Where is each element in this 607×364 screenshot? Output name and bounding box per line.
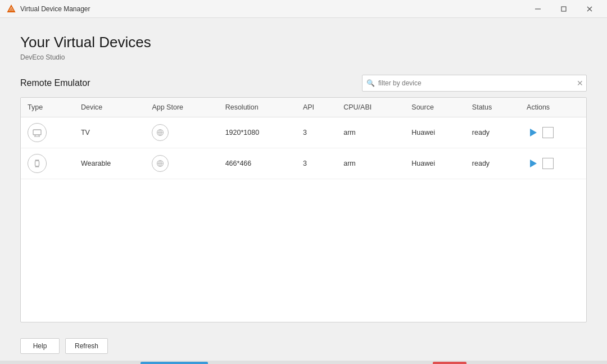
restore-button[interactable] bbox=[551, 0, 577, 18]
minimize-button[interactable] bbox=[525, 0, 551, 18]
stop-button-wearable[interactable] bbox=[542, 158, 554, 169]
cell-source-tv: Huawei bbox=[405, 117, 465, 148]
cell-api-tv: 3 bbox=[296, 117, 337, 148]
col-source: Source bbox=[405, 98, 465, 117]
title-bar: Virtual Device Manager bbox=[0, 0, 607, 18]
close-button[interactable] bbox=[577, 0, 603, 18]
actions-container-wearable bbox=[527, 157, 579, 170]
wearable-icon bbox=[28, 154, 47, 173]
device-table: Type Device App Store Resolution API CPU… bbox=[21, 98, 586, 179]
col-type: Type bbox=[21, 98, 74, 117]
cell-resolution-tv: 1920*1080 bbox=[219, 117, 296, 148]
cell-cpuabi-wearable: arm bbox=[337, 148, 405, 179]
svg-rect-15 bbox=[35, 161, 39, 166]
col-device: Device bbox=[74, 98, 145, 117]
taskbar-blue-indicator bbox=[141, 362, 208, 364]
cell-source-wearable: Huawei bbox=[405, 148, 465, 179]
cell-device-wearable: Wearable bbox=[74, 148, 145, 179]
actions-container-tv bbox=[527, 126, 579, 139]
page-subtitle: DevEco Studio bbox=[20, 53, 587, 61]
table-header-row: Type Device App Store Resolution API CPU… bbox=[21, 98, 586, 117]
appstore-icon-wearable bbox=[152, 155, 169, 172]
cell-actions-tv bbox=[520, 117, 586, 148]
col-appstore: App Store bbox=[145, 98, 218, 117]
section-header: Remote Emulator 🔍 ✕ bbox=[20, 75, 587, 92]
col-api: API bbox=[296, 98, 337, 117]
footer: Help Refresh bbox=[0, 331, 607, 361]
title-bar-text: Virtual Device Manager bbox=[20, 5, 90, 13]
cell-status-tv: ready bbox=[465, 117, 520, 148]
filter-input[interactable] bbox=[362, 75, 587, 92]
play-button-tv[interactable] bbox=[527, 126, 539, 139]
col-resolution: Resolution bbox=[219, 98, 296, 117]
filter-clear-button[interactable]: ✕ bbox=[577, 79, 583, 87]
cell-appstore-wearable bbox=[145, 148, 218, 179]
col-cpuabi: CPU/ABI bbox=[337, 98, 405, 117]
cell-status-wearable: ready bbox=[465, 148, 520, 179]
svg-rect-3 bbox=[561, 7, 566, 11]
taskbar-red-indicator bbox=[433, 362, 466, 364]
title-bar-controls bbox=[525, 0, 603, 18]
cell-resolution-wearable: 466*466 bbox=[219, 148, 296, 179]
page-title: Your Virtual Devices bbox=[20, 34, 587, 51]
title-bar-left: Virtual Device Manager bbox=[7, 4, 90, 13]
filter-container: 🔍 ✕ bbox=[362, 75, 587, 92]
help-button[interactable]: Help bbox=[20, 338, 60, 354]
table-row: Wearable 466*466 3 arm bbox=[21, 148, 586, 179]
stop-button-tv[interactable] bbox=[542, 127, 554, 138]
section-title: Remote Emulator bbox=[20, 78, 90, 88]
col-status: Status bbox=[465, 98, 520, 117]
taskbar-hint bbox=[0, 361, 607, 364]
cell-type-wearable bbox=[21, 148, 74, 179]
cell-cpuabi-tv: arm bbox=[337, 117, 405, 148]
svg-marker-14 bbox=[530, 129, 537, 136]
svg-rect-6 bbox=[33, 130, 41, 135]
cell-actions-wearable bbox=[520, 148, 586, 179]
cell-appstore-tv bbox=[145, 117, 218, 148]
tv-icon bbox=[28, 123, 47, 142]
cell-api-wearable: 3 bbox=[296, 148, 337, 179]
table-row: TV 1920*1080 3 arm bbox=[21, 117, 586, 148]
search-icon: 🔍 bbox=[366, 79, 375, 87]
app-icon bbox=[7, 4, 16, 13]
play-button-wearable[interactable] bbox=[527, 157, 539, 170]
device-table-area: Type Device App Store Resolution API CPU… bbox=[20, 97, 587, 322]
col-actions: Actions bbox=[520, 98, 586, 117]
refresh-button[interactable]: Refresh bbox=[65, 338, 108, 354]
appstore-icon-tv bbox=[152, 124, 169, 141]
svg-marker-26 bbox=[530, 160, 537, 167]
main-content: Your Virtual Devices DevEco Studio Remot… bbox=[0, 18, 607, 331]
cell-type bbox=[21, 117, 74, 148]
cell-device-tv: TV bbox=[74, 117, 145, 148]
